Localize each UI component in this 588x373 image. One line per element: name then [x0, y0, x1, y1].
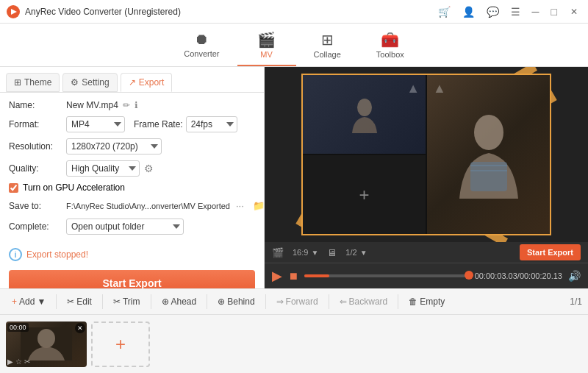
stop-button[interactable]: ⏹ — [288, 270, 298, 282]
behind-label: Behind — [227, 296, 254, 307]
behind-button[interactable]: ⊕ Behind — [212, 294, 260, 310]
gpu-row: Turn on GPU Acceleration — [9, 182, 255, 193]
subtab-setting[interactable]: ⚙ Setting — [62, 73, 117, 92]
view-scale-button[interactable]: 1/2 ▼ — [343, 246, 370, 258]
volume-icon[interactable]: 🔊 — [568, 270, 581, 282]
tab-mv[interactable]: 🎬 MV — [237, 26, 296, 66]
monitor-icon: 🖥 — [327, 247, 337, 258]
backward-button[interactable]: ⇐ Backward — [334, 294, 394, 310]
quality-select[interactable]: High Quality Medium Quality Low Quality — [66, 160, 140, 177]
gpu-checkbox[interactable] — [9, 183, 18, 193]
tab-collage[interactable]: ⊞ Collage — [296, 26, 359, 66]
info-icon[interactable]: ℹ — [135, 100, 138, 110]
tab-toolbox[interactable]: 🧰 Toolbox — [359, 26, 422, 66]
maximize-icon[interactable]: □ — [548, 4, 560, 19]
backward-icon: ⇐ — [340, 296, 347, 307]
start-export-small-button[interactable]: Start Export — [520, 244, 581, 260]
sub-tabs: ⊞ Theme ⚙ Setting ↗ Export — [0, 67, 264, 93]
export-arrow-icon: ↗ — [129, 77, 136, 88]
add-button[interactable]: + Add ▼ — [6, 294, 51, 310]
add-clip-icon: + — [359, 185, 369, 205]
collage-label: Collage — [314, 50, 341, 59]
framerate-select[interactable]: 24fps 30fps 60fps — [186, 116, 237, 132]
forward-button[interactable]: ⇒ Forward — [270, 294, 324, 310]
titlebar: AnyRec Video Converter (Unregistered) 🛒 … — [0, 0, 588, 24]
edit-pencil-icon[interactable]: ✏ — [123, 100, 130, 110]
right-panel: ▲ + ▲ — [265, 67, 588, 288]
tab-converter[interactable]: ⏺ Converter — [166, 26, 237, 66]
theme-grid-icon: ⊞ — [14, 77, 21, 88]
subtab-export-label: Export — [139, 77, 165, 88]
trim-button[interactable]: ✂ Trim — [107, 294, 146, 310]
format-label: Format: — [9, 119, 62, 129]
edit-icon: ✂ — [67, 296, 74, 307]
clip-duration: 00:00 — [7, 323, 29, 332]
browse-more-button[interactable]: ··· — [233, 199, 247, 213]
name-label: Name: — [9, 100, 62, 110]
ahead-button[interactable]: ⊕ Ahead — [156, 294, 203, 310]
ar-controls: 🎬 16:9 ▼ 🖥 1/2 ▼ Start Export — [265, 242, 588, 263]
resolution-select[interactable]: 1280x720 (720p) 1920x1080 (1080p) 3840x2… — [66, 138, 162, 154]
mv-icon: 🎬 — [257, 31, 276, 49]
save-to-label: Save to: — [9, 201, 62, 211]
trim-label: Trim — [123, 296, 140, 307]
empty-label: Empty — [420, 296, 445, 307]
mv-arrow-1: ▲ — [406, 81, 420, 96]
progress-fill — [304, 274, 329, 277]
svg-point-2 — [474, 115, 503, 150]
gpu-label: Turn on GPU Acceleration — [23, 182, 125, 193]
aspect-ratio-value: 16:9 — [293, 248, 308, 257]
toolbox-label: Toolbox — [376, 50, 404, 59]
page-indicator: 1/1 — [570, 296, 582, 307]
export-info: i Export stopped! — [0, 242, 264, 267]
complete-select[interactable]: Open output folder Do nothing — [66, 219, 184, 235]
mv-grid: ▲ + ▲ — [301, 74, 551, 235]
converter-label: Converter — [184, 49, 219, 58]
mv-cell-1: ▲ — [303, 75, 426, 154]
forward-icon: ⇒ — [276, 296, 284, 307]
mv-arrow-large: ▲ — [433, 81, 446, 96]
mv-cell-large: ▲ — [427, 75, 550, 234]
save-to-row: Save to: F:\AnyRec Studio\Any...onverter… — [9, 199, 255, 213]
subtab-setting-label: Setting — [82, 77, 109, 88]
progress-handle[interactable] — [465, 271, 473, 280]
edit-button[interactable]: ✂ Edit — [61, 294, 98, 310]
progress-bar[interactable] — [304, 274, 469, 277]
separator-7 — [398, 294, 398, 309]
user-icon[interactable]: 👤 — [459, 4, 478, 19]
play-button[interactable]: ▶ — [272, 268, 282, 284]
view-scale-chevron: ▼ — [360, 249, 368, 257]
subtab-export[interactable]: ↗ Export — [121, 73, 173, 92]
add-clip-button[interactable]: + — [91, 322, 150, 367]
close-icon[interactable]: ✕ — [566, 5, 582, 18]
resolution-row: Resolution: 1280x720 (720p) 1920x1080 (1… — [9, 138, 255, 154]
subtab-theme[interactable]: ⊞ Theme — [6, 73, 60, 92]
main-content: ⊞ Theme ⚙ Setting ↗ Export Name: New MV.… — [0, 67, 588, 288]
format-select[interactable]: MP4 MKV AVI — [66, 116, 125, 132]
aspect-ratio-button[interactable]: 16:9 ▼ — [290, 246, 321, 258]
chat-icon[interactable]: 💬 — [484, 4, 502, 19]
minimize-icon[interactable]: ─ — [529, 4, 542, 19]
add-clip-plus-icon: + — [115, 334, 126, 355]
view-scale-value: 1/2 — [345, 248, 356, 257]
ahead-label: Ahead — [171, 296, 197, 307]
mv-label: MV — [260, 50, 273, 59]
separator-2 — [102, 294, 103, 309]
start-export-button[interactable]: Start Export — [9, 270, 255, 288]
person-silhouette-large — [456, 110, 522, 199]
complete-label: Complete: — [9, 221, 62, 232]
mv-cell-2: + — [303, 155, 426, 234]
quality-settings-icon[interactable]: ⚙ — [144, 163, 154, 174]
separator-3 — [151, 294, 151, 309]
separator-1 — [56, 294, 57, 309]
menu-icon[interactable]: ☰ — [508, 4, 523, 19]
film-icon: 🎬 — [272, 247, 284, 258]
cart-icon[interactable]: 🛒 — [435, 4, 453, 19]
empty-button[interactable]: 🗑 Empty — [403, 294, 451, 310]
quality-row: Quality: High Quality Medium Quality Low… — [9, 160, 255, 177]
clip-close-button[interactable]: ✕ — [75, 323, 85, 333]
separator-4 — [207, 294, 207, 309]
edit-label: Edit — [76, 296, 92, 307]
ahead-icon: ⊕ — [162, 296, 169, 307]
clips-row: ✕ 00:00 ▶ ☆ ✂ + — [0, 314, 588, 373]
